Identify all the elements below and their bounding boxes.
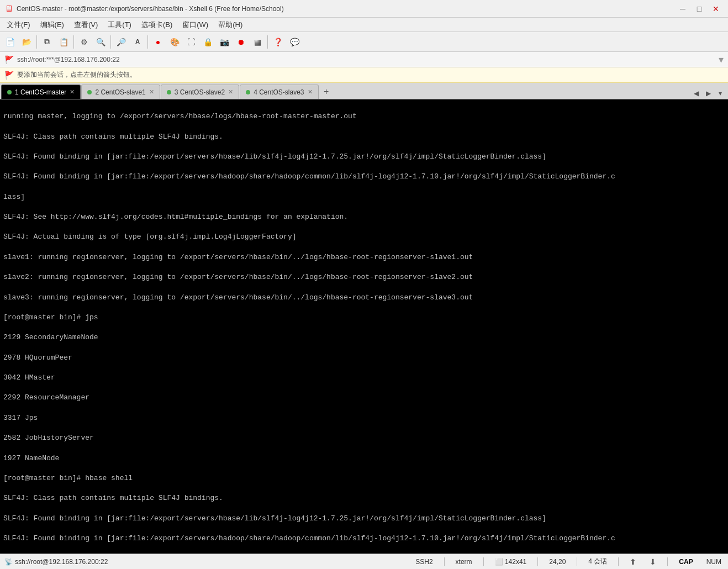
terminal-line: 3042 HMaster [3,373,725,383]
toolbar-separator-4 [147,35,148,49]
menu-tools[interactable]: 工具(T) [103,19,136,31]
lock-button[interactable]: 🔒 [200,34,215,50]
status-sep-6 [667,557,668,566]
status-cap: CAP [677,558,695,566]
address-flag-icon: 🚩 [4,55,14,64]
status-position: 24,20 [547,558,568,566]
session-next-button[interactable]: ⬇ [647,556,658,567]
session-prev-button[interactable]: ⬆ [627,556,639,567]
terminal-line: slave1: running regionserver, logging to… [3,252,725,262]
new-tab-button[interactable]: + [319,85,334,99]
tab-centos-master[interactable]: 1 CentOS-master ✕ [1,85,81,99]
new-session-button[interactable]: 📄 [2,34,18,50]
tab-centos-slave3[interactable]: 4 CentOS-slave3 ✕ [240,85,318,99]
tab-dot-4 [246,90,250,94]
status-address: ssh://root@192.168.176.200:22 [15,558,108,566]
chat-button[interactable]: 💬 [287,34,302,50]
terminal-line: SLF4J: Class path contains multiple SLF4… [3,493,725,503]
zoom-button[interactable]: 🔎 [113,34,129,50]
tab-label-3: 3 CentOS-slave2 [175,88,225,96]
status-protocol: SSH2 [413,558,435,566]
terminal-line: SLF4J: Found binding in [jar:file:/expor… [3,152,725,162]
status-sep-1 [444,557,445,566]
terminal-line: SLF4J: See http://www.slf4j.org/codes.ht… [3,212,725,222]
terminal-line: 2129 SecondaryNameNode [3,333,725,343]
terminal-line: SLF4J: Found binding in [jar:file:/expor… [3,514,725,524]
address-text: ssh://root:***@192.168.176.200:22 [17,56,120,64]
terminal-line: SLF4J: Found binding in [jar:file:/expor… [3,534,725,544]
tab-close-3[interactable]: ✕ [228,88,233,96]
settings-button[interactable]: ⚙ [76,34,92,50]
menu-view[interactable]: 查看(V) [70,19,102,31]
terminal-line: slave3: running regionserver, logging to… [3,293,725,303]
terminal-line: 1927 NameNode [3,454,725,463]
menu-window[interactable]: 窗口(W) [178,19,213,31]
status-bar: 📡 ssh://root@192.168.176.200:22 SSH2 xte… [0,554,728,569]
terminal-line: [root@master bin]# hbase shell [3,473,725,483]
tab-label-4: 4 CentOS-slave3 [254,88,304,96]
status-right: SSH2 xterm ⬜ 142x41 24,20 4 会话 ⬆ ⬇ CAP N… [413,556,724,567]
title-bar: 🖥 CentOS-master - root@master:/export/se… [0,0,728,18]
tab-label-2: 2 CentOS-slave1 [95,88,145,96]
red-button[interactable]: ● [150,34,166,50]
terminal-line: slave2: running regionserver, logging to… [3,272,725,282]
status-sep-4 [577,557,577,566]
font-button[interactable]: A [130,34,145,50]
tab-list-button[interactable]: ▾ [715,88,726,99]
terminal-line: lass] [3,192,725,202]
status-encoding: xterm [453,558,474,566]
terminal-line: SLF4J: Class path contains multiple SLF4… [3,132,725,142]
close-button[interactable]: ✕ [708,2,724,15]
tab-prev-button[interactable]: ◀ [690,88,701,99]
terminal-line: running master, logging to /export/serve… [3,112,725,122]
status-sessions: 4 会话 [586,557,609,566]
toolbar-separator-1 [36,35,37,49]
tab-close-2[interactable]: ✕ [149,88,154,96]
tab-label-1: 1 CentOS-master [15,88,66,96]
color-button[interactable]: 🎨 [167,34,182,50]
paste-button[interactable]: 📋 [56,34,71,50]
toolbar-separator-2 [73,35,74,49]
window-title: CentOS-master - root@master:/export/serv… [17,5,284,13]
window-controls[interactable]: ─ □ ✕ [675,2,724,15]
tab-close-4[interactable]: ✕ [308,88,313,96]
tab-next-button[interactable]: ▶ [703,88,714,99]
status-sep-3 [537,557,538,566]
layout-button[interactable]: ▦ [250,34,265,50]
menu-edit[interactable]: 编辑(E) [36,19,68,31]
terminal-line: SLF4J: Found binding in [jar:file:/expor… [3,172,725,182]
menu-file[interactable]: 文件(F) [2,19,35,31]
menu-tabs[interactable]: 选项卡(B) [137,19,177,31]
address-expand-icon[interactable]: ▾ [719,54,724,66]
record-button[interactable]: ⏺ [233,34,249,50]
tab-bar: 1 CentOS-master ✕ 2 CentOS-slave1 ✕ 3 Ce… [0,83,728,99]
open-button[interactable]: 📂 [19,34,34,50]
status-sep-5 [618,557,619,566]
tab-dot-1 [7,90,12,94]
search-button[interactable]: 🔍 [93,34,108,50]
restore-button[interactable]: □ [692,2,707,15]
copy-button[interactable]: ⧉ [39,34,55,50]
address-bar: 🚩 ssh://root:***@192.168.176.200:22 ▾ [0,52,728,67]
tab-centos-slave1[interactable]: 2 CentOS-slave1 ✕ [81,85,160,99]
terminal-line: 2292 ResourceManager [3,393,725,403]
minimize-button[interactable]: ─ [675,2,690,15]
terminal-line: 2978 HQuorumPeer [3,353,725,363]
help-button[interactable]: ❓ [270,34,286,50]
terminal[interactable]: running master, logging to /export/serve… [0,99,728,554]
tab-close-1[interactable]: ✕ [70,88,75,96]
tab-dot-3 [167,90,171,94]
app-icon: 🖥 [4,4,13,14]
hint-flag-icon: 🚩 [4,71,14,80]
hint-text: 要添加当前会话，点击左侧的箭头按钮。 [17,70,136,80]
status-sep-2 [483,557,484,566]
tab-nav: ◀ ▶ ▾ [690,88,728,99]
terminal-line: [root@master bin]# jps [3,313,725,323]
capture-button[interactable]: 📷 [217,34,232,50]
tab-centos-slave2[interactable]: 3 CentOS-slave2 ✕ [161,85,239,99]
hint-bar: 🚩 要添加当前会话，点击左侧的箭头按钮。 [0,67,728,83]
tab-dot-2 [87,90,92,94]
status-size: ⬜ 142x41 [493,558,529,566]
menu-help[interactable]: 帮助(H) [214,19,247,31]
fullscreen-button[interactable]: ⛶ [183,34,199,50]
